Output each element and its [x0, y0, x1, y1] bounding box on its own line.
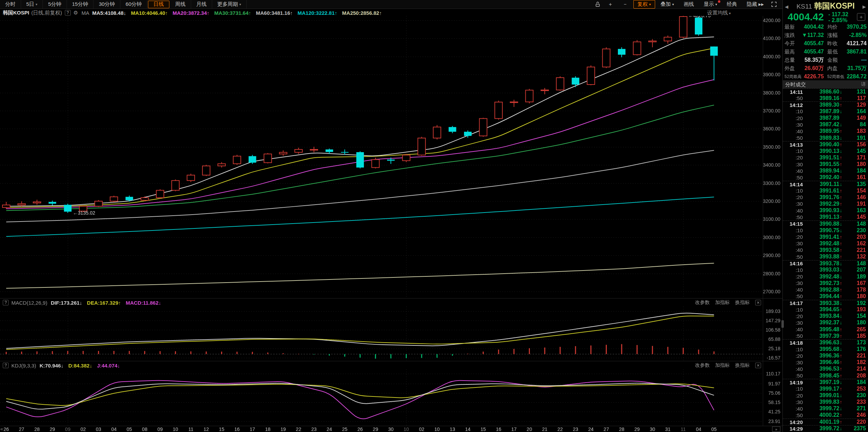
- kdj-action-0[interactable]: 改参数: [695, 362, 710, 369]
- price-axis-label: 3900.00: [763, 72, 780, 77]
- lock-icon[interactable]: [593, 1, 602, 8]
- quote-value: ▼117.32: [802, 32, 824, 38]
- tick-volume: 167: [845, 280, 868, 286]
- tab-label: 更多周期: [217, 1, 238, 8]
- chart-mode-label: (日线,前复权): [31, 10, 62, 16]
- kdj-header: ? KDJ(9,3,3) K:70.946↓D:84.382↓J:44.074↓…: [0, 361, 782, 370]
- help-icon[interactable]: ?: [3, 300, 9, 305]
- up-arrow-icon: ↑: [839, 254, 845, 259]
- price-axis-label: 3800.00: [763, 90, 780, 96]
- macd-action-1[interactable]: 加指标: [715, 300, 730, 306]
- tick-volume: 176: [845, 346, 868, 352]
- tool-button-label: 复权: [638, 1, 648, 8]
- gear-icon[interactable]: ⚙: [73, 10, 78, 16]
- tick-detail-link[interactable]: 详: [861, 81, 866, 88]
- tick-price: 3990.75: [803, 227, 839, 234]
- macd-action-2[interactable]: 换指标: [735, 300, 750, 306]
- tick-time: :40: [783, 406, 803, 412]
- tool-button-label: 画线: [684, 1, 694, 8]
- tick-price: 3999.17: [803, 386, 839, 392]
- kdj-canvas[interactable]: [0, 369, 763, 426]
- symbol-name: 韩国KOSPI: [814, 1, 855, 10]
- tick-price: 3992.48: [803, 274, 839, 280]
- price-axis-label: 3200.00: [763, 198, 780, 204]
- tab-period-9[interactable]: 更多周期▾: [212, 0, 247, 9]
- quote-cell: 外盘26.60万: [783, 65, 826, 72]
- tab-period-8[interactable]: 月线: [191, 0, 212, 9]
- expand-icon[interactable]: [769, 1, 778, 8]
- tick-row: :203991.76↑146: [783, 194, 868, 200]
- price-change: - 117.32 - 2.85%: [828, 11, 848, 23]
- tab-period-5[interactable]: 60分钟: [120, 0, 147, 9]
- kdj-action-1[interactable]: 加指标: [715, 362, 730, 369]
- tick-time: :20: [783, 313, 803, 319]
- tick-price: 3989.16: [803, 95, 839, 101]
- tool-button-4[interactable]: 叠加▾: [657, 0, 678, 9]
- quote-cell: 52周最低2284.72: [826, 73, 868, 80]
- tick-row: :203996.36↑221: [783, 353, 868, 359]
- tick-time: :30: [783, 122, 803, 128]
- help-icon[interactable]: ?: [65, 10, 71, 16]
- price-axis-label: 3600.00: [763, 126, 780, 131]
- tab-period-4[interactable]: 30分钟: [93, 0, 120, 9]
- tool-button-5[interactable]: 画线: [680, 0, 698, 9]
- price-axis-label: 2900.00: [763, 253, 780, 258]
- up-arrow-icon: ↑: [839, 142, 845, 147]
- price-axis-label: 3400.00: [763, 162, 780, 168]
- date-axis-label: 30: [385, 426, 397, 432]
- tab-period-1[interactable]: 5日▾: [21, 0, 43, 9]
- ma-settings-button[interactable]: 设置均线▾: [707, 10, 782, 16]
- main-chart-canvas[interactable]: [0, 16, 763, 298]
- tick-price: 3990.40: [803, 141, 839, 148]
- tool-button-7[interactable]: 经典: [723, 0, 741, 9]
- indicator-value: MACD:11.862↓: [126, 300, 161, 306]
- tick-volume: 154: [845, 313, 868, 319]
- tool-button-2[interactable]: －: [619, 0, 632, 9]
- tab-period-0[interactable]: 分时: [0, 0, 21, 9]
- quote-label: 金额: [827, 57, 838, 63]
- help-icon[interactable]: ?: [3, 363, 9, 368]
- tick-price: 3993.88: [803, 254, 839, 260]
- quote-cell: 金额—: [826, 57, 868, 63]
- tick-volume: 207: [845, 267, 868, 273]
- tick-row: :103995.68↓176: [783, 346, 868, 352]
- tool-button-6[interactable]: 显示▾: [700, 0, 721, 9]
- tick-price: 3989.94: [803, 168, 839, 174]
- tab-period-3[interactable]: 15分钟: [67, 0, 94, 9]
- tick-volume: 233: [845, 399, 868, 405]
- tool-button-1[interactable]: ＋: [604, 0, 617, 9]
- period-toolbar: 分时5日▾5分钟15分钟30分钟60分钟日线周线月线更多周期▾ ＋－复权▾叠加▾…: [0, 0, 782, 9]
- caret-down-icon: ▾: [36, 2, 37, 6]
- tick-price: 3993.78: [803, 261, 839, 267]
- tool-button-8[interactable]: 隐藏▶▶: [743, 0, 768, 9]
- tick-list[interactable]: 14:113986.60↓131:503989.16↑11714:123989.…: [783, 88, 868, 432]
- tick-row: :203993.84↓154: [783, 313, 868, 320]
- tick-row: :303999.83↑233: [783, 399, 868, 405]
- close-pane-icon[interactable]: ✕: [755, 363, 761, 368]
- add-to-watchlist-button[interactable]: ＋: [857, 13, 865, 21]
- tick-price: 3996.46: [803, 359, 839, 365]
- tick-row: :503989.83↓191: [783, 135, 868, 141]
- tick-price: 3991.76: [803, 194, 839, 200]
- macd-action-0[interactable]: 改参数: [695, 300, 710, 306]
- tab-period-7[interactable]: 周线: [170, 0, 191, 9]
- quote-cell: 涨幅-2.85%: [826, 32, 868, 39]
- expand-indicator-button[interactable]: »: [772, 426, 780, 432]
- quote-row: 总量58.35万金额—: [783, 56, 868, 64]
- change-value: - 117.32: [828, 11, 848, 17]
- date-axis-label: 26: [0, 426, 12, 432]
- tab-period-2[interactable]: 5分钟: [43, 0, 67, 9]
- tool-button-label: 经典: [727, 1, 737, 8]
- tick-time: :50: [783, 333, 803, 339]
- tool-button-3[interactable]: 复权▾: [633, 0, 655, 9]
- tick-time: 14:16: [783, 261, 803, 266]
- date-axis-label: 11: [185, 426, 197, 432]
- close-pane-icon[interactable]: ✕: [755, 300, 761, 305]
- tick-price: 3994.44: [803, 293, 839, 300]
- kdj-action-2[interactable]: 换指标: [735, 362, 750, 369]
- tick-time: :40: [783, 326, 803, 332]
- macd-canvas[interactable]: [0, 306, 763, 361]
- quote-label: 52周最高: [785, 74, 801, 80]
- price-axis-label: 2800.00: [763, 271, 780, 276]
- tab-period-6[interactable]: 日线: [148, 1, 169, 8]
